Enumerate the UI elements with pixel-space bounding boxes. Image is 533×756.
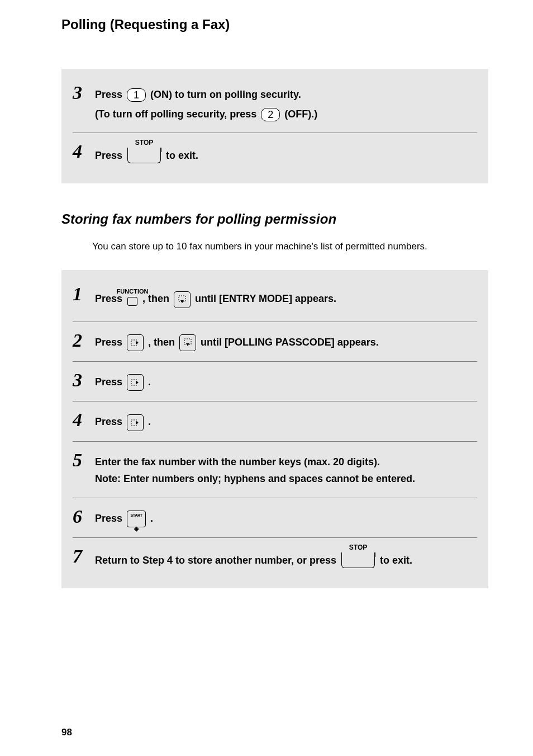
intro-paragraph: You can store up to 10 fax numbers in yo… [92,239,427,254]
step-body: Press STOP to exit. [95,143,198,168]
right-arrow-icon [127,374,144,391]
text: Press [95,513,125,524]
text: Note: Enter numbers only; hyphens and sp… [95,470,415,488]
step-line1: Press 1 (ON) to turn on polling security… [95,86,317,103]
text: until [POLLING PASSCODE] appears. [201,337,379,348]
step-number: 5 [73,451,95,470]
stepB-1: 1 Press FUNCTION , then until [ENTRY MOD… [73,276,477,322]
right-arrow-icon [127,414,144,431]
down-arrow-icon [179,334,196,351]
stepB-4: 4 Press . [73,401,477,441]
step-body: Return to Step 4 to store another number… [95,548,412,573]
down-arrow-icon [174,291,191,308]
function-label: FUNCTION [117,286,149,297]
step-number: 7 [73,547,95,566]
text: . [150,513,153,524]
start-label: START [127,512,145,519]
text: Enter the fax number with the number key… [95,453,415,471]
step-number: 2 [73,331,95,350]
page-number: 98 [61,727,72,738]
stepB-7: 7 Return to Step 4 to store another numb… [73,537,477,583]
key-2-icon: 2 [261,108,280,121]
step-number: 4 [73,142,95,161]
step-number: 4 [73,410,95,429]
step-body: Press FUNCTION , then until [ENTRY MODE]… [95,286,336,311]
text: Return to Step 4 to store another number… [95,555,339,566]
text: . [148,376,151,388]
step-number: 3 [73,371,95,390]
stepA-4: 4 Press STOP to exit. [73,133,477,178]
step-body: Press . [95,412,151,431]
stepA-3: 3 Press 1 (ON) to turn on polling securi… [73,74,477,133]
step-block-a: 3 Press 1 (ON) to turn on polling securi… [61,69,488,183]
step-block-b: 1 Press FUNCTION , then until [ENTRY MOD… [61,270,488,588]
step-body: Press 1 (ON) to turn on polling security… [95,84,317,122]
text: . [148,416,151,427]
step-line2: (To turn off polling security, press 2 (… [95,106,317,123]
key-1-icon: 1 [127,88,146,102]
page-container: Polling (Requesting a Fax) 3 Press 1 (ON… [0,0,533,756]
text: until [ENTRY MODE] appears. [195,293,336,304]
step-body: Press . [95,372,151,391]
stop-button-icon: STOP [127,145,161,168]
stop-label: STOP [134,137,154,148]
right-arrow-icon [127,334,144,351]
page-title: Polling (Requesting a Fax) [61,17,488,32]
step-body: Press , then until [POLLING PASSCODE] ap… [95,332,379,351]
text: to exit. [166,150,198,161]
text: Press [95,150,125,161]
text: Press [95,89,125,100]
stepB-5: 5 Enter the fax number with the number k… [73,441,477,498]
start-button-icon: START ◈ [127,511,146,527]
text: (OFF).) [282,108,317,120]
step-body: Press START ◈ . [95,508,153,527]
step-number: 1 [73,285,95,304]
text: (ON) to turn on polling security. [147,89,301,100]
stop-label: STOP [348,542,368,553]
step-number: 3 [73,83,95,102]
text: Press [95,376,125,388]
text: Press [95,337,125,348]
stepB-2: 2 Press , then until [POLLING PASSCODE] … [73,322,477,361]
step-number: 6 [73,507,95,526]
subsection-heading: Storing fax numbers for polling permissi… [61,211,488,227]
text: Press [95,416,125,427]
diamond-icon: ◈ [134,525,139,532]
function-button-icon: FUNCTION [127,287,137,311]
text: , then [148,337,178,348]
stepB-6: 6 Press START ◈ . [73,498,477,537]
step-body: Enter the fax number with the number key… [95,452,415,488]
text: to exit. [380,555,412,566]
stop-button-icon: STOP [341,550,375,573]
text: (To turn off polling security, press [95,108,259,120]
stepB-3: 3 Press . [73,361,477,401]
